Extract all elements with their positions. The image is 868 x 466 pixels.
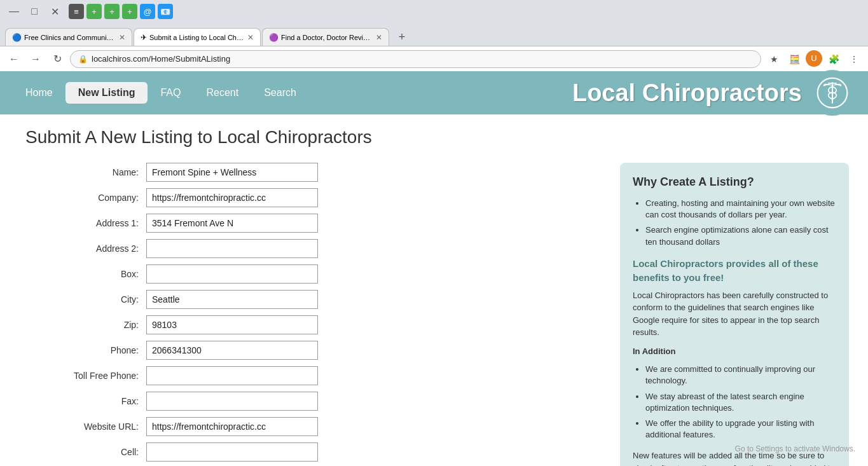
label-company: Company: [19,193,146,203]
form-row-city: City: [19,290,601,309]
sidebar-panel: Why Create A Listing? Creating, hosting … [620,163,849,466]
tab-3-icon: 🟣 [269,33,279,42]
site-navigation: Home New Listing FAQ Recent Search Local… [0,71,868,114]
label-tollfree: Toll Free Phone: [19,371,146,381]
window-controls[interactable]: ― □ ✕ [5,3,64,20]
nav-links: Home New Listing FAQ Recent Search [13,82,572,104]
content-layout: Name: Company: Address 1: Address 2: [19,163,849,466]
sidebar-bullet-1-1: Creating, hosting and maintaining your o… [645,198,836,221]
minimize-button[interactable]: ― [5,3,23,20]
address-text: localchiros.com/Home/SubmitAListing [92,54,230,64]
sidebar-bullet-2-3: We offer the ability to upgrade your lis… [645,418,836,441]
profile-button[interactable]: U [806,50,822,67]
input-name[interactable] [146,163,318,182]
forward-button[interactable]: → [27,50,45,68]
label-phone: Phone: [19,345,146,355]
form-row-website: Website URL: [19,417,601,436]
nav-new-listing[interactable]: New Listing [65,82,148,104]
listing-form: Name: Company: Address 1: Address 2: [19,163,601,466]
sidebar-bullet-2-2: We stay abreast of the latest search eng… [645,391,836,414]
address-bar-row: ← → ↻ 🔒 localchiros.com/Home/SubmitAList… [0,46,868,71]
tab-2[interactable]: ✈ Submit a Listing to Local Chiro ✕ [134,28,261,46]
form-row-company: Company: [19,188,601,207]
close-button[interactable]: ✕ [46,3,64,20]
input-website[interactable] [146,417,318,436]
reload-button[interactable]: ↻ [48,50,66,68]
input-address1[interactable] [146,214,318,233]
sidebar-body-1: Local Chiropractors has been carefully c… [633,289,836,339]
page-heading: Submit A New Listing to Local Chiropract… [25,127,849,147]
label-fax: Fax: [19,396,146,406]
label-box: Box: [19,269,146,279]
site-brand: Local Chiropractors [572,70,855,116]
input-address2[interactable] [146,239,318,258]
ext-btn-5[interactable]: @ [140,4,155,19]
back-button[interactable]: ← [5,50,23,68]
extension-button[interactable]: 🧮 [785,50,803,68]
menu-button[interactable]: ⋮ [845,50,863,68]
tab-1-title: Free Clinics and Community He [24,34,115,41]
sidebar-bullets-2: We are committed to continually improvin… [645,364,836,441]
tab-2-icon: ✈ [141,33,147,42]
sidebar-in-addition: In Addition [633,345,836,358]
input-city[interactable] [146,290,318,309]
form-row-fax: Fax: [19,392,601,411]
tab-3[interactable]: 🟣 Find a Doctor, Doctor Reviews ✕ [262,28,389,46]
main-content: Submit A New Listing to Local Chiropract… [0,114,868,466]
tab-2-close[interactable]: ✕ [247,33,254,42]
site-title: Local Chiropractors [572,79,802,107]
input-fax[interactable] [146,392,318,411]
input-phone[interactable] [146,341,318,360]
nav-home[interactable]: Home [13,82,65,104]
label-city: City: [19,294,146,305]
label-cell: Cell: [19,447,146,457]
input-zip[interactable] [146,315,318,334]
form-row-phone: Phone: [19,341,601,360]
tab-2-title: Submit a Listing to Local Chiro [149,34,244,41]
nav-faq[interactable]: FAQ [148,82,193,104]
extensions-puzzle[interactable]: 🧩 [825,50,843,68]
bookmark-button[interactable]: ★ [765,50,783,68]
label-website: Website URL: [19,421,146,432]
windows-watermark: Go to Settings to activate Windows. [735,444,855,453]
nav-search[interactable]: Search [251,82,309,104]
label-zip: Zip: [19,320,146,330]
input-cell[interactable] [146,442,318,462]
ext-btn-3[interactable]: + [104,4,120,19]
form-row-tollfree: Toll Free Phone: [19,366,601,385]
address-bar-actions: ★ 🧮 U 🧩 ⋮ [765,50,863,68]
tab-1[interactable]: 🔵 Free Clinics and Community He ✕ [5,28,132,46]
sidebar-bullet-2-1: We are committed to continually improvin… [645,364,836,387]
restore-button[interactable]: □ [25,3,43,20]
lock-icon: 🔒 [78,55,88,64]
ext-btn-6[interactable]: 📧 [158,4,173,19]
label-address1: Address 1: [19,218,146,228]
windows-activate-text: Go to Settings to activate Windows. [735,444,855,453]
form-row-address1: Address 1: [19,214,601,233]
nav-recent[interactable]: Recent [193,82,251,104]
form-row-box: Box: [19,264,601,284]
form-row-name: Name: [19,163,601,182]
sidebar-section-title: Local Chiropractors provides all of thes… [633,257,836,285]
input-box[interactable] [146,264,318,284]
tab-1-icon: 🔵 [12,33,22,42]
ext-btn-4[interactable]: + [122,4,137,19]
tab-3-close[interactable]: ✕ [376,33,382,42]
input-tollfree[interactable] [146,366,318,385]
new-tab-button[interactable]: + [393,28,411,46]
ext-btn-2[interactable]: + [86,4,102,19]
form-row-cell: Cell: [19,442,601,462]
tab-1-close[interactable]: ✕ [119,33,125,42]
sidebar-bullets-1: Creating, hosting and maintaining your o… [645,198,836,248]
tabs-bar: 🔵 Free Clinics and Community He ✕ ✈ Subm… [0,23,868,46]
tab-3-title: Find a Doctor, Doctor Reviews [281,34,372,41]
sidebar-bullet-1-2: Search engine optimizations alone can ea… [645,224,836,247]
sidebar-title: Why Create A Listing? [633,175,836,189]
address-bar[interactable]: 🔒 localchiros.com/Home/SubmitAListing [70,50,761,68]
label-address2: Address 2: [19,243,146,254]
form-row-zip: Zip: [19,315,601,334]
form-row-address2: Address 2: [19,239,601,258]
site-logo [809,70,855,116]
input-company[interactable] [146,188,318,207]
ext-btn-1[interactable]: ≡ [69,4,84,19]
